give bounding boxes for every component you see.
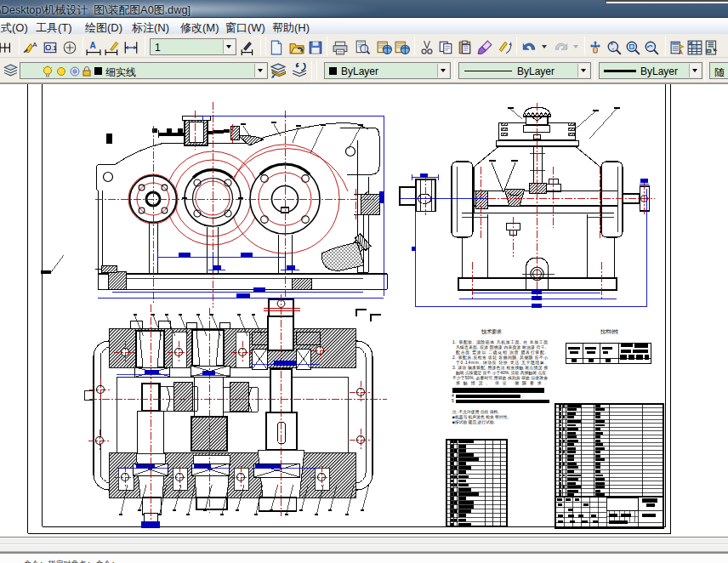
svg-text:不少于50%, 必要时可 用研磨 或刮后 研磨 以便改善: 不少于50%, 必要时可 用研磨 或刮后 研磨 以便改善 [452, 375, 548, 381]
svg-text:技术要求: 技术要求 [481, 328, 503, 335]
svg-text:.: . [522, 393, 523, 398]
svg-text:3. 滚动 轴承装配, 用涂色法 检查接触 斑点情况 接: 3. 滚动 轴承装配, 用涂色法 检查接触 斑点情况 接 [452, 365, 548, 371]
svg-text:凡铸造表面, 应涂 防锈漆 内表面涂 耐油漆 待干,: 凡铸造表面, 应涂 防锈漆 内表面涂 耐油漆 待干, [456, 344, 546, 350]
svg-text:1. 装配前, 清除箱体 凡机加工面, 在 非加工面: 1. 装配前, 清除箱体 凡机加工面, 在 非加工面 [452, 339, 548, 345]
svg-text:.1: .1 [51, 44, 57, 52]
svg-text:触斑 点按规定 应不 小于40%, 沿齿 高接触斑 点应: 触斑 点按规定 应不 小于40%, 沿齿 高接触斑 点应 [456, 370, 546, 376]
svg-text:A: A [32, 41, 37, 48]
svg-text:技术特性: 技术特性 [600, 329, 619, 335]
svg-text:5: 5 [452, 398, 454, 403]
svg-text:■按试验 规范 进行试验.: ■按试验 规范 进行试验. [452, 419, 495, 425]
svg-text:2. 装配后,应检查 齿轮 齿侧间隙, 其侧隙 应不小: 2. 装配后,应检查 齿轮 齿侧间隙, 其侧隙 应不小 [452, 355, 548, 361]
svg-text:配合面 需涂以 二硫化钼 润滑 脂再行装配.: 配合面 需涂以 二硫化钼 润滑 脂再行装配. [456, 350, 546, 355]
svg-text:A: A [679, 49, 683, 55]
svg-text:于0.14mm, 转动应 轻快 灵活 无卡阻现象.: 于0.14mm, 转动应 轻快 灵活 无卡阻现象. [456, 360, 546, 366]
svg-text:■机盖与 机座涂色 检查 密封性,: ■机盖与 机座涂色 检查 密封性, [452, 414, 509, 419]
svg-text:-: - [612, 45, 614, 51]
svg-text:注. 不允许使用 任何 填料,: 注. 不允许使用 任何 填料, [452, 409, 499, 415]
svg-text:A: A [90, 41, 97, 50]
